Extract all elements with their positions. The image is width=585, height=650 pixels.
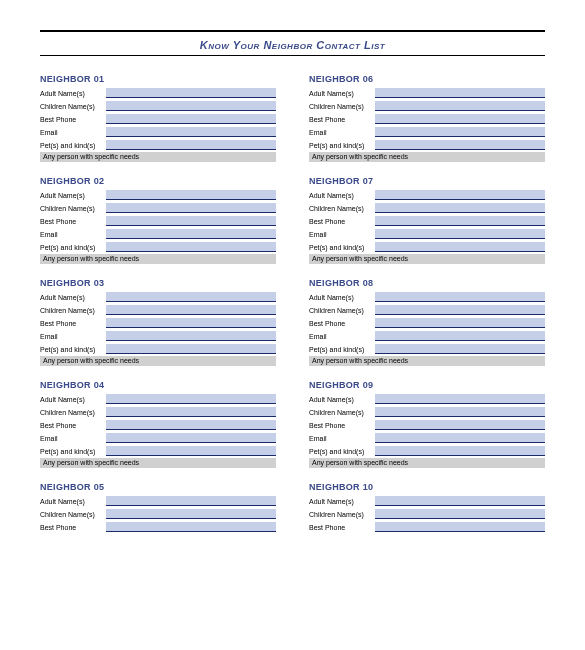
neighbor-card: NEIGHBOR 08Adult Name(s)Children Name(s)… <box>309 278 545 366</box>
field-label: Children Name(s) <box>309 409 375 417</box>
field-input-line <box>375 88 545 98</box>
field-row: Pet(s) and kind(s) <box>309 240 545 252</box>
field-input-line <box>106 407 276 417</box>
field-label: Adult Name(s) <box>40 294 106 302</box>
field-label: Children Name(s) <box>309 307 375 315</box>
specific-needs-bar: Any person with specific needs <box>40 356 276 366</box>
field-row: Best Phone <box>40 418 276 430</box>
neighbor-card: NEIGHBOR 05Adult Name(s)Children Name(s)… <box>40 482 276 533</box>
field-row: Email <box>309 431 545 443</box>
field-label: Children Name(s) <box>40 103 106 111</box>
field-label: Email <box>309 129 375 137</box>
specific-needs-bar: Any person with specific needs <box>309 254 545 264</box>
neighbor-cards-grid: NEIGHBOR 01Adult Name(s)Children Name(s)… <box>40 74 545 533</box>
title-rule-top <box>40 30 545 32</box>
title-section: Know Your Neighbor Contact List <box>40 30 545 56</box>
field-label: Pet(s) and kind(s) <box>309 448 375 456</box>
field-label: Best Phone <box>40 422 106 430</box>
field-input-line <box>106 433 276 443</box>
field-input-line <box>375 305 545 315</box>
field-input-line <box>106 114 276 124</box>
field-input-line <box>375 292 545 302</box>
field-input-line <box>375 394 545 404</box>
field-label: Children Name(s) <box>40 307 106 315</box>
field-label: Adult Name(s) <box>40 396 106 404</box>
neighbor-card-title: NEIGHBOR 07 <box>309 176 545 186</box>
neighbor-card-title: NEIGHBOR 09 <box>309 380 545 390</box>
field-row: Best Phone <box>309 112 545 124</box>
neighbor-card: NEIGHBOR 01Adult Name(s)Children Name(s)… <box>40 74 276 162</box>
field-row: Pet(s) and kind(s) <box>309 444 545 456</box>
field-row: Children Name(s) <box>309 201 545 213</box>
field-label: Adult Name(s) <box>309 498 375 506</box>
field-label: Adult Name(s) <box>309 90 375 98</box>
field-label: Children Name(s) <box>40 409 106 417</box>
field-label: Adult Name(s) <box>309 192 375 200</box>
field-row: Adult Name(s) <box>309 494 545 506</box>
field-row: Email <box>40 125 276 137</box>
field-input-line <box>375 509 545 519</box>
field-input-line <box>375 420 545 430</box>
field-input-line <box>106 140 276 150</box>
neighbor-card: NEIGHBOR 09Adult Name(s)Children Name(s)… <box>309 380 545 468</box>
field-input-line <box>106 88 276 98</box>
field-input-line <box>106 229 276 239</box>
field-input-line <box>106 331 276 341</box>
field-row: Children Name(s) <box>40 405 276 417</box>
neighbor-card-title: NEIGHBOR 04 <box>40 380 276 390</box>
neighbor-card: NEIGHBOR 06Adult Name(s)Children Name(s)… <box>309 74 545 162</box>
field-row: Adult Name(s) <box>309 86 545 98</box>
neighbor-card-title: NEIGHBOR 05 <box>40 482 276 492</box>
field-row: Children Name(s) <box>40 507 276 519</box>
field-label: Pet(s) and kind(s) <box>40 346 106 354</box>
field-label: Email <box>309 333 375 341</box>
field-input-line <box>375 140 545 150</box>
field-label: Pet(s) and kind(s) <box>309 142 375 150</box>
field-input-line <box>375 433 545 443</box>
field-input-line <box>375 446 545 456</box>
field-input-line <box>375 318 545 328</box>
specific-needs-bar: Any person with specific needs <box>309 152 545 162</box>
field-input-line <box>106 394 276 404</box>
neighbor-card-title: NEIGHBOR 03 <box>40 278 276 288</box>
field-row: Email <box>309 329 545 341</box>
field-row: Children Name(s) <box>40 201 276 213</box>
field-label: Adult Name(s) <box>309 294 375 302</box>
field-label: Best Phone <box>309 524 375 532</box>
field-row: Pet(s) and kind(s) <box>40 138 276 150</box>
field-input-line <box>106 420 276 430</box>
field-input-line <box>375 522 545 532</box>
neighbor-card-title: NEIGHBOR 01 <box>40 74 276 84</box>
field-input-line <box>106 509 276 519</box>
field-row: Best Phone <box>40 520 276 532</box>
field-input-line <box>106 522 276 532</box>
field-label: Children Name(s) <box>309 205 375 213</box>
field-row: Adult Name(s) <box>309 290 545 302</box>
neighbor-card-title: NEIGHBOR 10 <box>309 482 545 492</box>
field-row: Best Phone <box>309 214 545 226</box>
field-row: Adult Name(s) <box>40 86 276 98</box>
field-row: Adult Name(s) <box>40 392 276 404</box>
field-label: Children Name(s) <box>40 511 106 519</box>
field-row: Email <box>40 329 276 341</box>
field-input-line <box>106 496 276 506</box>
title-rule-bottom <box>40 55 545 56</box>
field-label: Pet(s) and kind(s) <box>309 346 375 354</box>
field-label: Best Phone <box>309 320 375 328</box>
field-label: Adult Name(s) <box>309 396 375 404</box>
field-label: Email <box>40 435 106 443</box>
field-row: Children Name(s) <box>309 507 545 519</box>
field-input-line <box>375 101 545 111</box>
field-row: Best Phone <box>40 316 276 328</box>
field-input-line <box>106 216 276 226</box>
field-row: Adult Name(s) <box>40 290 276 302</box>
field-label: Pet(s) and kind(s) <box>40 244 106 252</box>
field-input-line <box>375 344 545 354</box>
field-label: Adult Name(s) <box>40 498 106 506</box>
field-input-line <box>106 242 276 252</box>
field-row: Email <box>40 227 276 239</box>
field-label: Adult Name(s) <box>40 192 106 200</box>
field-row: Pet(s) and kind(s) <box>40 444 276 456</box>
field-row: Email <box>40 431 276 443</box>
field-row: Best Phone <box>309 520 545 532</box>
